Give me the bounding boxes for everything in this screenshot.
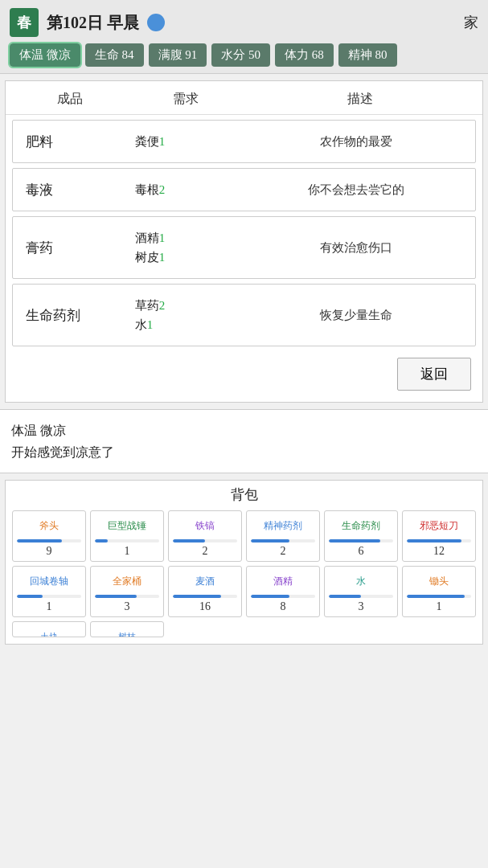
item-bar xyxy=(329,595,361,598)
back-button[interactable]: 返回 xyxy=(397,358,471,391)
item-name: 树枝 xyxy=(93,625,161,637)
backpack-item[interactable]: 生命药剂6 xyxy=(324,510,398,562)
item-name: 生命药剂 xyxy=(327,514,395,537)
craft-item-name: 膏药 xyxy=(19,239,132,257)
status-section: 体温 微凉 开始感觉到凉意了 xyxy=(0,409,488,473)
item-count: 12 xyxy=(405,545,473,558)
backpack-item[interactable]: 巨型战锤1 xyxy=(90,510,164,562)
item-bar-wrap xyxy=(251,595,315,598)
item-name: 全家桶 xyxy=(93,570,161,592)
craft-item-req: 草药2水1 xyxy=(132,296,244,334)
craft-item-req: 粪便1 xyxy=(132,132,244,151)
item-name: 邪恶短刀 xyxy=(405,514,473,537)
item-bar xyxy=(17,539,62,542)
item-name: 水 xyxy=(327,570,395,592)
backpack-item[interactable]: 精神药剂2 xyxy=(246,510,320,562)
backpack-grid: 斧头9巨型战锤1铁镐2精神药剂2生命药剂6邪恶短刀12回城卷轴1全家桶3麦酒16… xyxy=(12,510,476,637)
item-bar xyxy=(407,539,461,542)
item-count: 1 xyxy=(15,600,83,613)
item-bar xyxy=(17,595,43,598)
back-row: 返回 xyxy=(6,351,482,395)
stat-badge-3: 水分 50 xyxy=(211,43,270,67)
item-bar-wrap xyxy=(407,595,471,598)
item-bar xyxy=(251,595,289,598)
status-line1: 体温 微凉 xyxy=(11,420,477,441)
craft-col-name: 成品 xyxy=(12,91,128,108)
craft-item-name: 毒液 xyxy=(19,181,132,199)
backpack-item[interactable]: 水3 xyxy=(324,566,398,617)
craft-item-desc: 你不会想去尝它的 xyxy=(244,182,470,198)
stat-badge-4: 体力 68 xyxy=(275,43,334,67)
day-indicator xyxy=(147,14,165,31)
item-count: 2 xyxy=(171,545,239,558)
item-name: 斧头 xyxy=(15,514,83,537)
craft-item-desc: 农作物的最爱 xyxy=(244,134,470,149)
season-badge: 春 xyxy=(10,8,39,37)
item-name: 锄头 xyxy=(405,570,473,592)
item-name: 巨型战锤 xyxy=(93,514,161,537)
item-count: 1 xyxy=(405,600,473,613)
item-bar xyxy=(95,595,137,598)
stat-badge-0: 体温 微凉 xyxy=(10,43,80,67)
item-bar-wrap xyxy=(251,539,315,542)
item-name: 精神药剂 xyxy=(249,514,317,537)
backpack-item-partial[interactable]: 土块 xyxy=(12,621,86,637)
item-name: 土块 xyxy=(15,625,83,637)
home-label[interactable]: 家 xyxy=(464,13,478,32)
status-line2: 开始感觉到凉意了 xyxy=(11,441,477,463)
backpack-item[interactable]: 回城卷轴1 xyxy=(12,566,86,617)
item-name: 麦酒 xyxy=(171,570,239,592)
craft-row[interactable]: 肥料粪便1农作物的最爱 xyxy=(12,120,476,163)
item-bar-wrap xyxy=(329,539,393,542)
day-title: 第102日 早晨 xyxy=(47,12,139,34)
item-bar xyxy=(407,595,465,598)
craft-row[interactable]: 膏药酒精1树皮1有效治愈伤口 xyxy=(12,216,476,279)
craft-item-name: 生命药剂 xyxy=(19,306,132,325)
item-count: 2 xyxy=(249,545,317,558)
craft-rows: 肥料粪便1农作物的最爱毒液毒根2你不会想去尝它的膏药酒精1树皮1有效治愈伤口生命… xyxy=(6,120,482,346)
backpack-item-partial[interactable]: 树枝 xyxy=(90,621,164,637)
item-name: 回城卷轴 xyxy=(15,570,83,592)
craft-item-desc: 有效治愈伤口 xyxy=(244,240,470,256)
item-count: 3 xyxy=(93,600,161,613)
item-bar-wrap xyxy=(173,595,237,598)
item-bar xyxy=(251,539,289,542)
item-bar-wrap xyxy=(407,539,471,542)
item-bar-wrap xyxy=(17,595,81,598)
item-count: 3 xyxy=(327,600,395,613)
craft-col-req: 需求 xyxy=(128,91,244,108)
backpack-item[interactable]: 铁镐2 xyxy=(168,510,242,562)
stat-badge-5: 精神 80 xyxy=(338,43,397,67)
craft-section: 成品 需求 描述 肥料粪便1农作物的最爱毒液毒根2你不会想去尝它的膏药酒精1树皮… xyxy=(5,80,483,403)
craft-col-desc: 描述 xyxy=(244,91,477,108)
stats-row: 体温 微凉生命 84满腹 91水分 50体力 68精神 80 xyxy=(10,43,478,67)
header-top: 春 第102日 早晨 家 xyxy=(10,8,478,37)
craft-row[interactable]: 毒液毒根2你不会想去尝它的 xyxy=(12,168,476,211)
backpack-item[interactable]: 酒精8 xyxy=(246,566,320,617)
item-count: 6 xyxy=(327,545,395,558)
item-bar xyxy=(95,539,108,542)
stat-badge-1: 生命 84 xyxy=(85,43,144,67)
backpack-item[interactable]: 邪恶短刀12 xyxy=(402,510,476,562)
backpack-item[interactable]: 全家桶3 xyxy=(90,566,164,617)
stat-badge-2: 满腹 91 xyxy=(149,43,207,67)
item-count: 1 xyxy=(93,545,161,558)
item-bar xyxy=(173,539,205,542)
craft-row[interactable]: 生命药剂草药2水1恢复少量生命 xyxy=(12,284,476,346)
item-bar xyxy=(329,539,380,542)
backpack-item[interactable]: 锄头1 xyxy=(402,566,476,617)
backpack-title: 背包 xyxy=(12,485,476,504)
backpack-item[interactable]: 斧头9 xyxy=(12,510,86,562)
craft-item-req: 毒根2 xyxy=(132,180,244,199)
item-count: 9 xyxy=(15,545,83,558)
backpack-item[interactable]: 麦酒16 xyxy=(168,566,242,617)
item-name: 铁镐 xyxy=(171,514,239,537)
craft-item-req: 酒精1树皮1 xyxy=(132,228,244,267)
craft-header: 成品 需求 描述 xyxy=(6,88,482,115)
item-bar-wrap xyxy=(95,539,159,542)
item-count: 8 xyxy=(249,600,317,613)
item-bar-wrap xyxy=(173,539,237,542)
backpack-section: 背包 斧头9巨型战锤1铁镐2精神药剂2生命药剂6邪恶短刀12回城卷轴1全家桶3麦… xyxy=(5,480,483,645)
item-bar-wrap xyxy=(329,595,393,598)
item-bar-wrap xyxy=(95,595,159,598)
